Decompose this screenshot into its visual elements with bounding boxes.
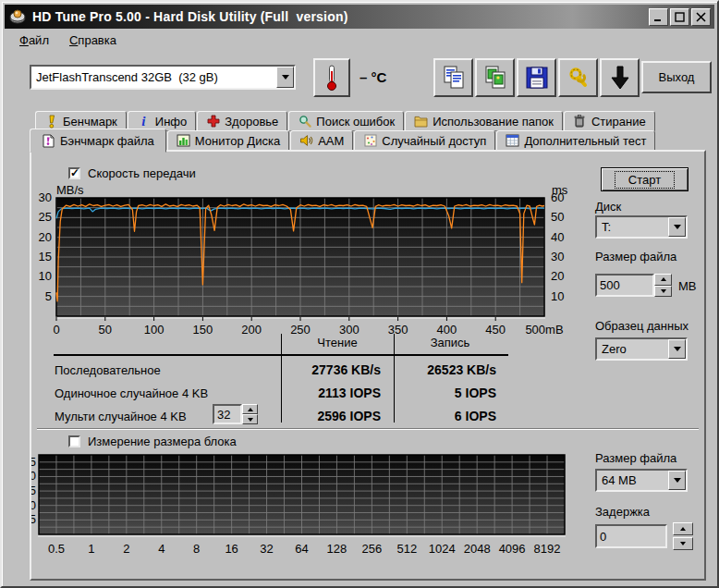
delay-up-button[interactable] (673, 522, 693, 535)
tab-extra-tests[interactable]: Дополнительный тест (496, 130, 655, 151)
close-button[interactable] (691, 8, 711, 26)
file-size-spinner[interactable]: 500 (595, 274, 672, 297)
tab-label: Здоровье (225, 115, 278, 129)
svg-text:50: 50 (99, 323, 112, 337)
trash-icon (573, 115, 587, 129)
block-file-size-select[interactable]: 64 MB (595, 469, 688, 492)
svg-text:25: 25 (31, 455, 36, 469)
col-header-write: Запись (394, 336, 506, 349)
data-pattern-arrow[interactable] (668, 339, 686, 359)
minimize-button[interactable] (649, 8, 668, 26)
drive-select[interactable]: JetFlashTranscend 32GB (32 gB) (30, 65, 296, 90)
tab-label: Случайный доступ (382, 134, 486, 148)
tab-disk-monitor[interactable]: Монитор Диска (167, 130, 289, 151)
sequential-read-value: 27736 KB/s (270, 362, 381, 377)
toolbar: JetFlashTranscend 32GB (32 gB) – °C (5, 51, 714, 108)
tab-health[interactable]: Здоровье (197, 111, 287, 131)
copy-image-icon (483, 65, 507, 91)
disk-select[interactable]: T: (595, 215, 688, 239)
options-button[interactable] (558, 58, 598, 97)
save-button[interactable] (517, 58, 556, 97)
transfer-rate-chart: MB/sms3025201510560504030201005010015020… (31, 183, 586, 343)
multi-threads-value[interactable]: 32 (213, 404, 242, 424)
svg-text:0.5: 0.5 (48, 542, 65, 556)
block-file-size-value: 64 MB (597, 473, 668, 487)
maximize-button[interactable] (670, 8, 689, 26)
delay-input[interactable]: 0 (595, 524, 667, 548)
spinner-up-button[interactable] (242, 404, 258, 414)
file-size-value[interactable]: 500 (595, 274, 654, 297)
menu-help[interactable]: Справка (60, 31, 126, 50)
block-size-checkbox[interactable] (68, 435, 80, 447)
svg-text:150: 150 (193, 323, 213, 337)
svg-text:20: 20 (31, 469, 36, 483)
row-label-random-single: Одиночное случайное 4 KB (55, 386, 208, 400)
spinner-down-button[interactable] (654, 286, 672, 298)
svg-text:1: 1 (88, 542, 94, 556)
tab-erase[interactable]: Стирание (564, 111, 655, 131)
save-results-button[interactable] (600, 58, 640, 97)
tab-error-scan[interactable]: Поиск ошибок (288, 111, 404, 131)
benchmark-icon (44, 115, 58, 129)
svg-text:MB/s: MB/s (57, 453, 85, 454)
copy-text-button[interactable] (433, 58, 473, 97)
svg-text:40: 40 (551, 230, 564, 244)
disk-label: Диск (595, 200, 621, 214)
tab-aam[interactable]: AAM (290, 130, 353, 151)
copy-image-button[interactable] (475, 58, 515, 97)
svg-text:300: 300 (339, 323, 360, 337)
tab-label: Монитор Диска (195, 134, 280, 148)
temperature-button[interactable] (313, 58, 350, 97)
spinner-up-button[interactable] (654, 274, 672, 286)
delay-down-button[interactable] (673, 537, 693, 550)
app-window: HD Tune Pro 5.00 - Hard Disk Utility (Fu… (0, 0, 719, 588)
exit-button[interactable]: Выход (641, 61, 712, 93)
table-header-rule (54, 354, 508, 356)
random-access-icon (363, 134, 377, 148)
health-icon (206, 115, 220, 129)
svg-text:450: 450 (485, 323, 506, 337)
sequential-write-value: 26523 KB/s (387, 362, 496, 377)
disk-select-value: T: (597, 220, 668, 234)
multi-threads-spinner[interactable]: 32 (213, 404, 258, 424)
tab-strip: Бенчмарк i Инфо Здоровье Поиск ошибок (5, 109, 714, 153)
search-icon (298, 115, 311, 129)
row-label-sequential: Последовательное (55, 363, 161, 377)
svg-text:20: 20 (39, 230, 52, 244)
svg-text:0: 0 (53, 323, 59, 337)
svg-text:MB/s: MB/s (56, 183, 84, 197)
svg-text:512: 512 (396, 542, 417, 556)
spinner-down-button[interactable] (242, 414, 258, 424)
block-file-size-arrow[interactable] (668, 471, 686, 490)
drive-select-arrow[interactable] (276, 67, 294, 88)
transfer-rate-checkbox[interactable]: ✓ (68, 167, 80, 179)
exit-button-label: Выход (659, 70, 695, 84)
svg-text:15: 15 (31, 484, 36, 497)
col-header-read: Чтение (281, 336, 394, 349)
tab-folder-usage[interactable]: Использование папок (405, 111, 563, 131)
delay-label: Задержка (595, 505, 650, 519)
svg-text:4: 4 (158, 542, 165, 556)
menu-file[interactable]: Файл (10, 31, 58, 50)
svg-text:64: 64 (295, 542, 308, 556)
svg-text:10: 10 (31, 498, 36, 512)
data-pattern-select[interactable]: Zero (595, 337, 688, 361)
tab-file-benchmark[interactable]: Бэнчмарк файла (30, 129, 166, 153)
data-pattern-label: Образец данных (595, 319, 689, 333)
tab-label: AAM (318, 134, 344, 148)
file-size-label: Размер файла (595, 250, 676, 263)
svg-text:20: 20 (551, 269, 564, 283)
file-benchmark-panel: ✓ Скорость передачи MB/sms30252015105605… (30, 150, 706, 581)
tab-label: Стирание (591, 115, 646, 129)
start-button[interactable]: Старт (601, 167, 689, 191)
random-multi-read-value: 2596 IOPS (270, 409, 381, 423)
svg-text:200: 200 (241, 323, 262, 337)
tab-random-access[interactable]: Случайный доступ (354, 130, 495, 151)
svg-text:100: 100 (144, 323, 165, 337)
transfer-rate-checkbox-row: ✓ Скорость передачи (68, 166, 196, 180)
titlebar: HD Tune Pro 5.00 - Hard Disk Utility (Fu… (5, 5, 714, 29)
svg-text:350: 350 (388, 323, 408, 337)
svg-text:32: 32 (260, 542, 273, 556)
disk-select-arrow[interactable] (668, 217, 686, 237)
svg-text:10: 10 (551, 289, 564, 303)
